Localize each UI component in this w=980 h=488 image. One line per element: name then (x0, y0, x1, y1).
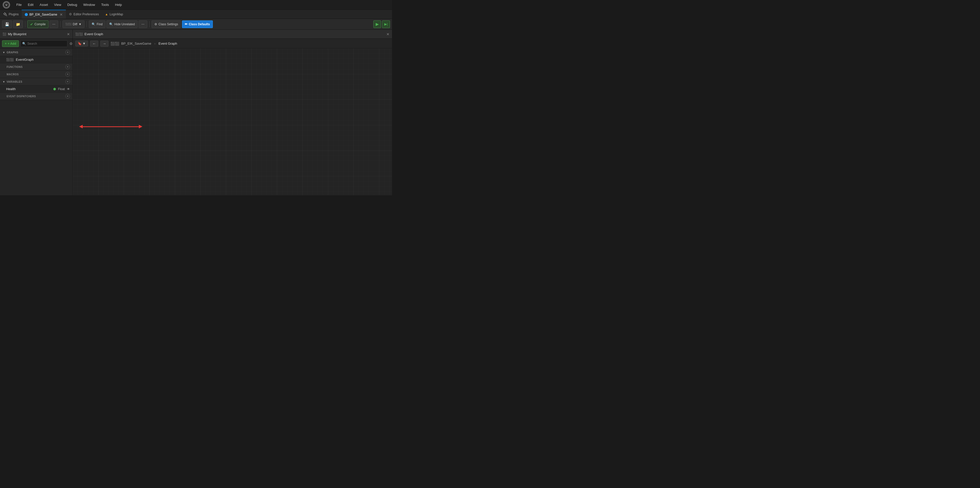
menu-debug[interactable]: Debug (65, 2, 80, 8)
search-box: 🔍 (21, 40, 67, 47)
event-graph-name: EventGraph (16, 58, 70, 62)
functions-section-title: FUNCTIONS (6, 65, 65, 68)
svg-text:U: U (5, 3, 7, 6)
plugins-icon: 🔌 (3, 12, 7, 16)
tab-plugins-label: Plugins (9, 13, 19, 16)
breadcrumb-root: BP_EIK_SaveGame (121, 41, 151, 45)
search-icon: 🔍 (22, 42, 26, 45)
event-dispatchers-section-header[interactable]: ▼ EVENT DISPATCHERS + (0, 93, 73, 100)
compile-button[interactable]: ✔ Compile (27, 21, 48, 28)
class-settings-button[interactable]: ⚙ Class Settings (151, 21, 181, 28)
event-graph-panel-title: Event Graph (84, 32, 385, 36)
bookmark-button[interactable]: 🔖 ▼ (75, 41, 88, 46)
event-graph-panel: ⬛⬛ Event Graph ✕ 🔖 ▼ ← → ⬛⬛ BP_EIK_SaveG… (73, 30, 392, 195)
menu-window[interactable]: Window (81, 2, 97, 8)
tabs-bar: 🔌 Plugins BP_EIK_SaveGame ✕ ⚙ Editor Pre… (0, 10, 392, 19)
step-play-icon: ▶| (384, 22, 388, 26)
arrow-line (83, 126, 139, 127)
compile-more-icon: ⋯ (52, 22, 56, 26)
editor-pref-icon: ⚙ (69, 12, 72, 16)
class-defaults-icon: ✏ (185, 22, 188, 26)
breadcrumb-current: Event Graph (159, 41, 177, 45)
tab-close-btn[interactable]: ✕ (60, 13, 63, 17)
graph-grid-background (73, 48, 392, 195)
separator-4 (149, 21, 150, 27)
tab-active-label: BP_EIK_SaveGame (29, 13, 57, 16)
step-play-button[interactable]: ▶| (382, 21, 390, 28)
variable-health-type-dot (53, 88, 56, 91)
menu-file[interactable]: File (14, 2, 24, 8)
find-button[interactable]: 🔍 Find (89, 21, 105, 28)
diff-button[interactable]: ⬛⬛ Diff ▼ (62, 21, 84, 28)
tab-plugins[interactable]: 🔌 Plugins (0, 10, 22, 19)
variables-arrow-icon: ▼ (3, 80, 5, 83)
my-blueprint-icon: ⬛ (3, 32, 6, 36)
event-graph-panel-icon: ⬛⬛ (75, 32, 83, 36)
list-item-event-graph[interactable]: ⬛⬛ EventGraph (0, 56, 73, 63)
macros-section-header[interactable]: ▼ MACROS + (0, 71, 73, 78)
macros-add-button[interactable]: + (65, 72, 70, 76)
tab-bp-eik-savegame[interactable]: BP_EIK_SaveGame ✕ (22, 10, 66, 19)
find-label: Find (97, 22, 103, 26)
macros-section-title: MACROS (6, 73, 65, 76)
tab-editor-preferences[interactable]: ⚙ Editor Preferences (66, 10, 102, 19)
menu-view[interactable]: View (52, 2, 64, 8)
arrow-head-right (139, 125, 142, 129)
compile-check-icon: ✔ (30, 22, 33, 26)
event-graph-icon: ⬛⬛ (6, 58, 14, 62)
hide-unrelated-label: Hide Unrelated (115, 22, 135, 26)
ue-logo[interactable]: U (2, 0, 11, 9)
menu-asset[interactable]: Asset (37, 2, 51, 8)
class-settings-label: Class Settings (159, 22, 178, 26)
event-graph-header: ⬛⬛ Event Graph ✕ (73, 30, 392, 39)
class-defaults-button[interactable]: ✏ Class Defaults (182, 21, 213, 28)
graph-canvas[interactable] (73, 48, 392, 195)
hide-unrelated-button[interactable]: 🔍 Hide Unrelated (107, 21, 138, 28)
my-blueprint-header: ⬛ My Blueprint ✕ (0, 30, 73, 39)
menu-tools[interactable]: Tools (99, 2, 111, 8)
class-defaults-label: Class Defaults (189, 22, 210, 26)
add-button[interactable]: + + Add (2, 40, 19, 47)
add-icon: + (5, 42, 6, 45)
save-button[interactable]: 💾 (2, 21, 12, 28)
compile-more-button[interactable]: ⋯ (49, 21, 58, 28)
event-dispatchers-add-button[interactable]: + (65, 94, 70, 99)
action-toolbar: 💾 📁 ✔ Compile ⋯ ⬛⬛ Diff ▼ 🔍 Find 🔍 Hide … (0, 19, 392, 30)
diff-icon: ⬛⬛ (65, 23, 72, 25)
variable-health-row[interactable]: Health Float 👁 (0, 86, 73, 93)
graphs-add-button[interactable]: + (65, 50, 70, 55)
variable-health-name: Health (6, 87, 51, 91)
event-dispatchers-arrow-icon: ▼ (3, 95, 5, 98)
tab-loginmap-label: LoginMap (110, 13, 123, 16)
tab-loginmap[interactable]: ▲ LoginMap (102, 10, 126, 19)
tab-active-indicator (25, 13, 28, 16)
variable-health-type-label: Float (58, 87, 65, 91)
event-graph-close-btn[interactable]: ✕ (387, 32, 390, 36)
menu-edit[interactable]: Edit (25, 2, 36, 8)
menu-bar: U File Edit Asset View Debug Window Tool… (0, 0, 392, 10)
graphs-section-header[interactable]: ▼ GRAPHS + (0, 49, 73, 56)
functions-section-header[interactable]: ▼ FUNCTIONS + (0, 63, 73, 71)
nav-forward-button[interactable]: → (100, 41, 108, 47)
my-blueprint-close[interactable]: ✕ (67, 32, 70, 36)
add-label: + Add (8, 42, 16, 45)
hide-unrelated-more-button[interactable]: ⋯ (138, 21, 147, 28)
play-button[interactable]: ▶ (373, 21, 381, 28)
main-content: ⬛ My Blueprint ✕ + + Add 🔍 ⚙ ▼ GRAPHS + … (0, 30, 392, 195)
tab-editor-pref-label: Editor Preferences (73, 13, 99, 16)
panel-toolbar: + + Add 🔍 ⚙ (0, 39, 73, 49)
search-input[interactable] (27, 42, 65, 45)
variables-section-header[interactable]: ▼ VARIABLES + (0, 78, 73, 86)
graphs-section-title: GRAPHS (6, 51, 65, 54)
arrow-head-left (79, 125, 83, 129)
functions-add-button[interactable]: + (65, 65, 70, 69)
menu-help[interactable]: Help (113, 2, 124, 8)
variables-add-button[interactable]: + (65, 79, 70, 84)
variable-health-visibility-icon[interactable]: 👁 (67, 87, 70, 91)
functions-arrow-icon: ▼ (3, 65, 5, 68)
bookmark-arrow: ▼ (83, 41, 86, 45)
my-blueprint-panel: ⬛ My Blueprint ✕ + + Add 🔍 ⚙ ▼ GRAPHS + … (0, 30, 73, 195)
separator-3 (86, 21, 87, 27)
folder-button[interactable]: 📁 (13, 21, 23, 28)
nav-back-button[interactable]: ← (90, 41, 98, 47)
